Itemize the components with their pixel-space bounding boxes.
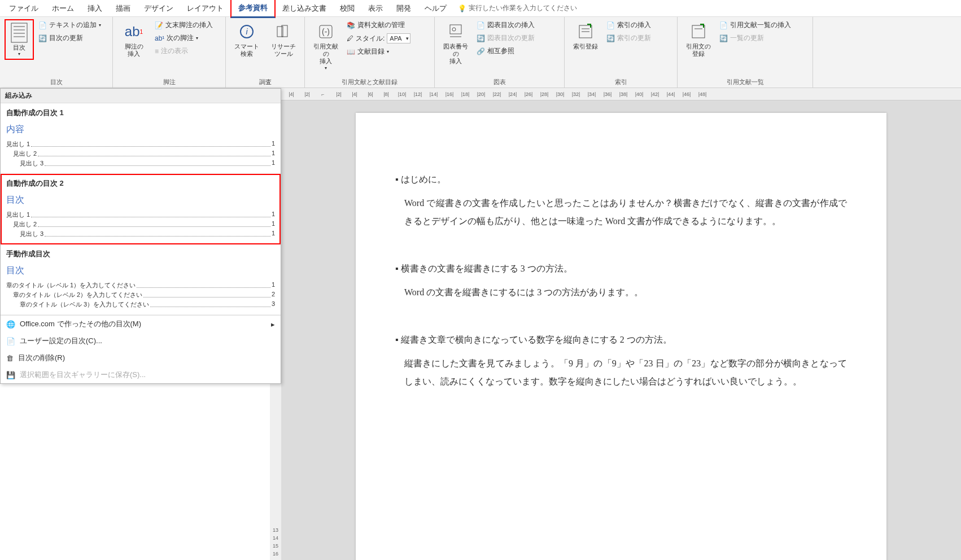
show-notes-button[interactable]: ≡ 注の表示 [155,45,213,57]
ruler-mark: |26| [521,91,536,97]
next-footnote-icon: ab¹ [155,34,164,42]
toc-icon [9,23,29,43]
insert-tof-button[interactable]: 📄 図表目次の挿入 [477,19,535,31]
ribbon-group-toc: 目次 ▾ 📄 テキストの追加 ▾ 🔄 目次の更新 目次 [0,17,113,88]
doc-heading-1[interactable]: はじめに。 [395,170,847,189]
tab-mailings[interactable]: 差し込み文書 [276,0,333,17]
doc-paragraph[interactable]: Word で縦書きの文書を作成したいと思ったことはありませんか？横書きだけでなく… [395,194,847,230]
update-toa-button[interactable]: 🔄 一覧の更新 [719,32,791,44]
update-toc-label: 目次の更新 [49,33,83,43]
chevron-down-icon: ▾ [387,49,389,54]
toc-line-page: 1 [272,211,275,219]
chevron-down-icon: ▾ [99,23,101,28]
manage-sources-button[interactable]: 📚 資料文献の管理 [347,19,410,31]
insert-caption-button[interactable]: 図表番号の 挿入 [439,19,472,68]
toc-line-page: 1 [272,230,275,238]
ruler-mark: |6| [362,91,378,97]
doc-paragraph[interactable]: 縦書きにした文書を見てみましょう。「9 月」の「9」や「23 日」の「23」など… [395,355,847,391]
toc-line-page: 1 [272,159,275,168]
tab-references[interactable]: 参考資料 [230,0,276,18]
group-label-captions: 図表 [439,77,560,86]
smart-lookup-button[interactable]: i スマート 検索 [230,19,263,60]
tab-help[interactable]: ヘルプ [418,0,453,17]
update-tof-button[interactable]: 🔄 図表目次の更新 [477,32,535,44]
tab-layout[interactable]: レイアウト [180,0,230,17]
tab-insert[interactable]: 挿入 [81,0,109,17]
doc-paragraph[interactable]: Word の文書を縦書きにするには 3 つの方法があります。。 [395,283,847,301]
save-selection-toc: 💾 選択範囲を目次ギャラリーに保存(S)... [1,366,281,383]
toc-gallery-item-2[interactable]: 自動作成の目次 2 目次 見出し 11 見出し 21 見出し 31 [1,174,281,244]
style-value[interactable]: APA [387,33,410,43]
ruler-mark: |4| [283,91,299,97]
svg-text:i: i [246,27,248,36]
toc-dots [45,159,270,166]
toc-item-heading: 目次 [6,194,275,206]
toc-item-heading: 内容 [6,124,275,135]
citation-style-select[interactable]: 🖊 スタイル: APA [347,32,410,45]
tab-home[interactable]: ホーム [45,0,81,17]
toc-line-text: 見出し 2 [13,220,37,229]
insert-tof-label: 図表目次の挿入 [487,20,535,30]
ruler-mark: |4| [347,91,362,97]
mark-entry-label: 索引登録 [573,43,598,50]
insert-toa-button[interactable]: 📄 引用文献一覧の挿入 [719,19,791,31]
toc-gallery-item-1[interactable]: 自動作成の目次 1 内容 見出し 11 見出し 21 見出し 31 [1,103,281,174]
add-text-button[interactable]: 📄 テキストの追加 ▾ [38,19,101,31]
toc-gallery-item-3[interactable]: 手動作成目次 目次 章のタイトル（レベル 1）を入力してください1 章のタイトル… [1,244,281,315]
document-page[interactable]: はじめに。 Word で縦書きの文書を作成したいと思ったことはありませんか？横書… [356,113,886,560]
update-index-icon: 🔄 [606,34,615,42]
doc-heading-2[interactable]: 横書きの文書を縦書きにする 3 つの方法。 [395,260,847,278]
more-toc-office[interactable]: 🌐 Office.com で作ったその他の目次(M) ▸ [1,316,281,333]
remove-toc[interactable]: 🗑 目次の削除(R) [1,349,281,366]
caption-icon [445,21,466,42]
ruler-mark: |30| [552,91,568,97]
toc-line-page: 1 [272,220,275,229]
tab-draw[interactable]: 描画 [109,0,137,17]
insert-endnote-button[interactable]: 📝 文末脚注の挿入 [155,19,213,31]
update-index-button[interactable]: 🔄 索引の更新 [606,32,651,44]
insert-caption-label: 図表番号の 挿入 [440,43,471,65]
ruler-mark: |14| [426,91,442,97]
mark-citation-button[interactable]: 引用文の 登録 [682,19,715,60]
tab-view[interactable]: 表示 [361,0,390,17]
group-label-toa: 引用文献一覧 [682,77,808,86]
insert-citation-button[interactable]: (-) 引用文献の 挿入 ▾ [309,19,342,73]
insert-footnote-button[interactable]: ab1 脚注の 挿入 [117,19,150,60]
tab-review[interactable]: 校閲 [333,0,361,17]
tab-developer[interactable]: 開発 [390,0,418,17]
svg-rect-17 [692,25,705,38]
bibliography-label: 文献目録 [357,47,385,56]
tell-me-search[interactable]: 💡 実行したい作業を入力してください [458,3,577,13]
mark-citation-label: 引用文の 登録 [686,43,711,58]
toc-dots [150,300,270,307]
mark-index-entry-button[interactable]: 索引登録 [569,19,602,53]
research-tool-button[interactable]: リサーチ ツール [268,19,300,60]
ribbon-group-footnotes: ab1 脚注の 挿入 📝 文末脚注の挿入 ab¹ 次の脚注 ▾ ≡ 注の表示 [113,17,226,88]
toc-dots [143,291,270,298]
group-label-index: 索引 [569,77,672,86]
update-tof-icon: 🔄 [477,34,485,42]
update-toc-button[interactable]: 🔄 目次の更新 [38,32,101,44]
vruler-mark: 14 [273,535,278,541]
toc-button[interactable]: 目次 ▾ [5,19,34,60]
ruler-mark: |34| [584,91,600,97]
ruler-mark: |40| [631,91,647,97]
insert-index-button[interactable]: 📄 索引の挿入 [606,19,651,31]
document-area[interactable]: はじめに。 Word で縦書きの文書を作成したいと思ったことはありませんか？横書… [281,100,961,560]
doc-heading-3[interactable]: 縦書き文章で横向きになっている数字を縦向きにする 2 つの方法。 [395,331,847,349]
next-footnote-button[interactable]: ab¹ 次の脚注 ▾ [155,32,213,44]
toc-line-text: 見出し 3 [20,230,43,238]
tab-file[interactable]: ファイル [2,0,45,17]
tab-design[interactable]: デザイン [137,0,180,17]
cross-reference-button[interactable]: 🔗 相互参照 [477,45,535,57]
ribbon-group-index: 索引登録 📄 索引の挿入 🔄 索引の更新 索引 [565,17,678,88]
toc-item-title: 手動作成目次 [6,249,275,259]
bibliography-button[interactable]: 📖 文献目録 ▾ [347,46,410,58]
custom-toc[interactable]: 📄 ユーザー設定の目次(C)... [1,333,281,349]
toc-dots [31,140,270,147]
toc-line-text: 章のタイトル（レベル 1）を入力してください [6,281,136,290]
ribbon-group-captions: 図表番号の 挿入 📄 図表目次の挿入 🔄 図表目次の更新 🔗 相互参照 図表 [435,17,565,88]
horizontal-ruler[interactable]: |4| |2| ⌐ |2| |4| |6| |8| |10| |12| |14|… [281,88,961,100]
ruler-mark: |18| [457,91,473,97]
ruler-mark: |12| [410,91,426,97]
